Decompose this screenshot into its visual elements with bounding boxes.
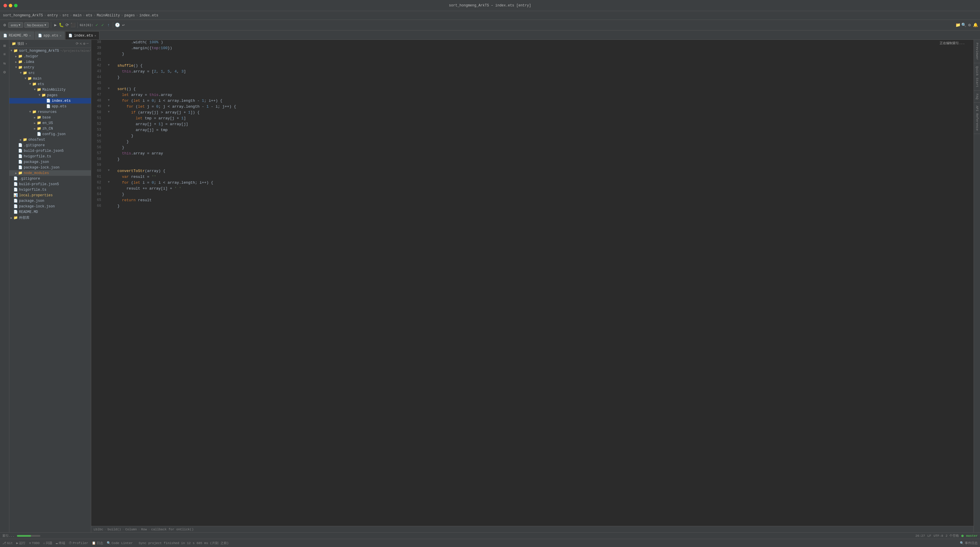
tree-item-mainability[interactable]: ▼ 📁 MainAbility	[10, 87, 91, 92]
breadcrumb-item-4[interactable]: ets	[86, 13, 92, 18]
maximize-button[interactable]	[14, 4, 18, 7]
terminal-bottom-item[interactable]: ▬ 终端	[56, 541, 65, 545]
breadcrumb-item-7[interactable]: index.ets	[140, 13, 159, 18]
tree-item-node-modules[interactable]: ▶ 📁 node_modules	[10, 170, 91, 176]
minimize-button[interactable]	[9, 4, 12, 7]
tab-index-ets[interactable]: 📄 index.ets ✕	[65, 31, 99, 40]
file-tree-dropdown[interactable]: ▾	[25, 42, 27, 46]
stop-icon[interactable]: ⬛	[71, 23, 75, 27]
bc-lblbc[interactable]: Lblbc	[94, 528, 103, 531]
tree-item-local-properties[interactable]: 📊 local.properties	[10, 193, 91, 198]
tab-readme-close[interactable]: ✕	[29, 34, 31, 37]
notification-icon[interactable]: 🔔	[973, 23, 978, 27]
tree-item-en-us[interactable]: ▶ 📁 en_US	[10, 120, 91, 126]
tree-item-hvigor[interactable]: ▶ 📁 .hvigor	[10, 54, 91, 59]
tree-item-package-json[interactable]: 📄 package.json	[10, 159, 91, 165]
profiler-bottom-item[interactable]: ⏱ Profiler	[69, 541, 88, 545]
bc-build[interactable]: build()	[108, 528, 121, 531]
line-ending[interactable]: LF	[928, 534, 931, 537]
line-col[interactable]: 26:27	[915, 534, 925, 537]
git-check2-icon[interactable]: ✓	[100, 23, 105, 27]
todo-bottom-item[interactable]: ≡ TODO	[29, 541, 40, 545]
tree-item-config-json[interactable]: 📄 config.json	[10, 131, 91, 137]
settings-icon[interactable]: ⚙	[2, 23, 7, 27]
tab-index-ets-close[interactable]: ✕	[94, 34, 96, 37]
search-icon[interactable]: 🔍	[961, 23, 966, 27]
favorites-icon[interactable]: ⇆	[1, 60, 8, 67]
api-reference-panel[interactable]: API Reference	[974, 103, 980, 134]
tree-item-package-lock[interactable]: 📄 package-lock.json	[10, 165, 91, 170]
tree-item-src[interactable]: ▼ 📁 src	[10, 70, 91, 76]
spaces[interactable]: 2 个空格	[945, 534, 959, 538]
tree-item-root[interactable]: ▼ 📁 sort_hongmeng_ArkTS ~/projects/mine/…	[10, 48, 91, 54]
git-check-icon[interactable]: ✓	[94, 23, 99, 27]
tree-item-ets[interactable]: ▼ 📁 ets	[10, 81, 91, 87]
tree-item-readme-md[interactable]: 📄 README.MD	[10, 209, 91, 215]
tree-item-resources[interactable]: ▼ 📁 resources	[10, 109, 91, 115]
file-tree-settings-icon[interactable]: ⚙	[83, 41, 85, 46]
tab-app-ets[interactable]: 📄 app.ets ✕	[35, 31, 65, 40]
breadcrumb-item-2[interactable]: src	[62, 13, 69, 18]
tree-item-hvigorfile-ts[interactable]: 📄 hvigorfile.ts	[10, 153, 91, 159]
encoding[interactable]: UTF-8	[934, 534, 943, 537]
settings-side-icon[interactable]: ⚙	[1, 69, 8, 75]
bc-callback[interactable]: callback for onClick()	[151, 528, 194, 531]
breadcrumb-item-1[interactable]: entry	[47, 13, 58, 18]
gear-icon[interactable]: ⚙	[967, 23, 972, 27]
no-devices-button[interactable]: No Devices ▾	[24, 22, 49, 28]
undo-icon[interactable]: ↩	[121, 23, 126, 27]
faq-panel[interactable]: FAQ	[974, 91, 980, 103]
tree-item-app-ets[interactable]: 📄 app.ets	[10, 104, 91, 109]
event-log-item[interactable]: 🔍 事件日志	[960, 541, 978, 545]
file-tree-sync-icon[interactable]: ⟳	[76, 41, 79, 46]
history-icon[interactable]: 🕐	[115, 23, 120, 27]
profile-icon[interactable]: ⟳	[65, 23, 70, 27]
progress-fill	[17, 535, 31, 537]
code-editor[interactable]: 正在编制索引... 正在编制索引... 38 .width( 100% ) 39…	[91, 40, 974, 533]
tree-item-external[interactable]: ▶ 📁 外部库	[10, 215, 91, 221]
close-button[interactable]	[3, 4, 7, 7]
debug-icon[interactable]: 🐛	[59, 23, 64, 27]
problems-bottom-item[interactable]: ⚠ 问题	[43, 541, 52, 545]
tree-item-build-profile[interactable]: 📄 build-profile.json5	[10, 148, 91, 153]
breadcrumb-item-5[interactable]: MainAbility	[97, 13, 120, 18]
structure-icon[interactable]: ≡	[1, 51, 8, 58]
tree-item-main[interactable]: ▼ 📁 main	[10, 76, 91, 81]
code-scroll[interactable]: 正在编制索引... 38 .width( 100% ) 39 .margin({…	[91, 40, 974, 526]
tree-item-idea[interactable]: ▶ 📁 .idea	[10, 59, 91, 65]
tree-item-zh-cn[interactable]: ▶ 📁 zh_CN	[10, 126, 91, 131]
tree-item-pages[interactable]: ▼ 📁 pages	[10, 92, 91, 98]
breadcrumb-item-3[interactable]: main	[73, 13, 81, 18]
breadcrumb-item-0[interactable]: sort_hongmeng_ArkTS	[3, 13, 43, 18]
tree-item-package-json2[interactable]: 📄 package.json	[10, 198, 91, 204]
tab-app-ets-close[interactable]: ✕	[60, 34, 61, 37]
bc-row[interactable]: Row	[141, 528, 147, 531]
previewer-panel[interactable]: Previewer	[974, 40, 980, 63]
tree-item-gitignore[interactable]: 📄 .gitignore	[10, 142, 91, 148]
tree-item-build-profile2[interactable]: 📄 build-profile.json5	[10, 181, 91, 187]
file-tree-content[interactable]: ▼ 📁 sort_hongmeng_ArkTS ~/projects/mine/…	[10, 48, 91, 533]
file-tree-close-icon[interactable]: —	[86, 41, 89, 46]
tree-item-hvigorfile-ts2[interactable]: 📄 hvigorfile.ts	[10, 187, 91, 193]
git-bottom-item[interactable]: ⎇ Git	[2, 541, 13, 545]
tree-item-index-ets[interactable]: 📄 index.ets	[10, 98, 91, 104]
breadcrumb-item-6[interactable]: pages	[124, 13, 135, 18]
git-push-icon[interactable]: ↑	[106, 23, 111, 27]
project-icon[interactable]: ⊞	[1, 42, 8, 49]
tree-item-ohostest[interactable]: ▶ 📁 ohosTest	[10, 137, 91, 142]
git-branch[interactable]: master	[966, 534, 978, 537]
tree-item-entry[interactable]: ▼ 📁 entry	[10, 65, 91, 70]
run-icon[interactable]: ▶	[53, 23, 58, 27]
codelinter-bottom-item[interactable]: 🔍 Code Linter	[107, 541, 133, 545]
tree-item-package-lock2[interactable]: 📄 package-lock.json	[10, 204, 91, 209]
file-manager-icon[interactable]: 📁	[955, 23, 960, 27]
run-bottom-item[interactable]: ▶ 运行	[16, 541, 26, 545]
quick-start-panel[interactable]: Quick Start	[974, 63, 980, 91]
tree-item-base[interactable]: ▶ 📁 base	[10, 115, 91, 120]
bc-column[interactable]: Column	[125, 528, 137, 531]
tree-item-gitignore2[interactable]: 📄 .gitignore	[10, 176, 91, 181]
entry-button[interactable]: entry ▾	[8, 22, 23, 28]
tab-readme[interactable]: 📄 README.MD ✕	[0, 31, 34, 40]
log-bottom-item[interactable]: 📋 日志	[92, 541, 103, 545]
file-tree-collapse-icon[interactable]: ⇱	[80, 41, 82, 46]
